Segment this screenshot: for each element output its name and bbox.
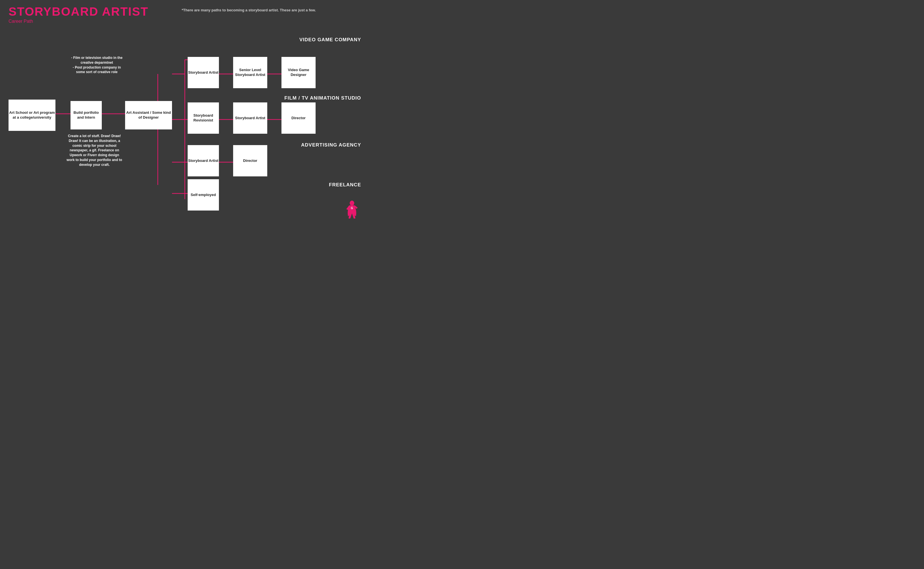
lower-annotation: Create a lot of stuff. Draw! Draw! Draw!… xyxy=(66,134,123,167)
page-subtitle: Career Path xyxy=(9,19,149,24)
upper-annotation: - Film or television studio in the creat… xyxy=(70,55,123,75)
disclaimer-text: *There are many paths to becoming a stor… xyxy=(137,8,361,12)
svg-text:G: G xyxy=(351,207,353,210)
art-assistant-box: Art Assistant / Some kind of Designer xyxy=(125,101,172,129)
build-portfolio-box: Build portfolio and Intern xyxy=(70,101,102,129)
video-game-section-label: VIDEO GAME COMPANY xyxy=(299,37,361,43)
sb-artist-vg-box: Storyboard Artist xyxy=(188,57,219,88)
sb-revisionist-box: Storyboard Revisionist xyxy=(188,102,219,134)
page-title: STORYBOARD ARTIST xyxy=(9,6,149,18)
hero-icon: G xyxy=(344,199,361,219)
self-employed-box: Self-employed xyxy=(188,179,219,210)
advertising-section-label: ADVERTISING AGENCY xyxy=(301,142,361,148)
svg-point-17 xyxy=(350,201,354,206)
sb-artist-ad-box: Storyboard Artist xyxy=(188,145,219,176)
art-school-box: Art School or Art program at a college/u… xyxy=(9,100,55,131)
director-film-box: Director xyxy=(281,102,316,134)
senior-sb-box: Senior Level Storyboard Artist xyxy=(233,57,267,88)
director-ad-box: Director xyxy=(233,145,267,176)
vg-designer-box: Video Game Designer xyxy=(281,57,316,88)
sb-artist-film-box: Storyboard Artist xyxy=(233,102,267,134)
film-tv-section-label: FILM / TV ANIMATION STUDIO xyxy=(284,95,361,101)
freelance-section-label: FREELANCE xyxy=(329,182,361,188)
header-section: STORYBOARD ARTIST Career Path xyxy=(9,6,149,24)
